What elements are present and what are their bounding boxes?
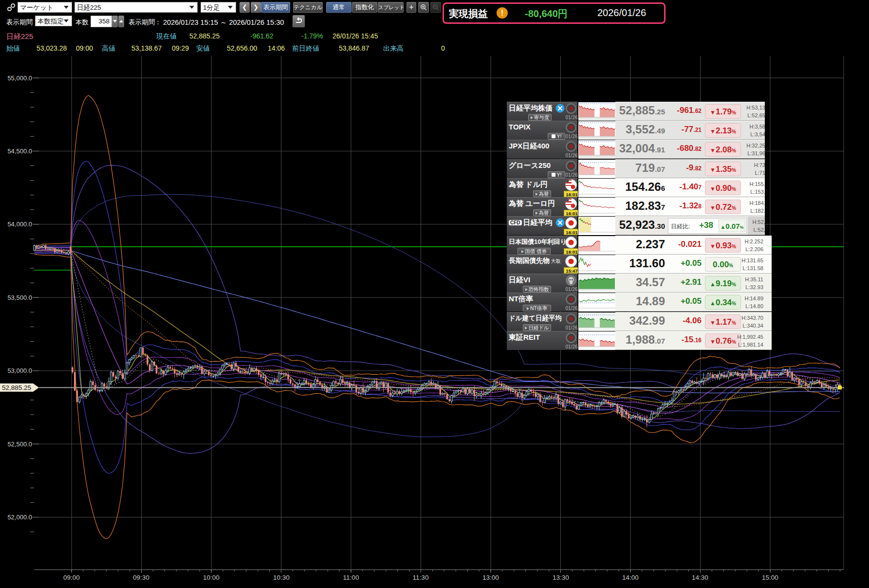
svg-text:11:00: 11:00 <box>343 574 359 581</box>
svg-text:53,500.0: 53,500.0 <box>7 294 32 301</box>
svg-text:53,000.0: 53,000.0 <box>7 367 32 374</box>
svg-text:11:30: 11:30 <box>413 574 429 581</box>
svg-text:52,885.25: 52,885.25 <box>2 384 31 391</box>
svg-text:52,000.0: 52,000.0 <box>7 514 32 521</box>
svg-text:10:30: 10:30 <box>273 574 290 581</box>
svg-text:14:30: 14:30 <box>692 574 708 581</box>
svg-text:15:00: 15:00 <box>762 574 778 581</box>
svg-text:14:00: 14:00 <box>622 574 639 581</box>
svg-text:10:00: 10:00 <box>203 574 220 581</box>
svg-text:09:00: 09:00 <box>63 574 80 581</box>
svg-text:54,500.0: 54,500.0 <box>7 147 32 155</box>
svg-text:13:00: 13:00 <box>482 574 499 581</box>
svg-text:52,500.0: 52,500.0 <box>7 441 32 448</box>
svg-text:54,000.0: 54,000.0 <box>7 220 32 228</box>
svg-text:09:30: 09:30 <box>133 574 149 581</box>
svg-text:55,000.0: 55,000.0 <box>7 74 32 82</box>
svg-text:13:30: 13:30 <box>553 574 569 581</box>
